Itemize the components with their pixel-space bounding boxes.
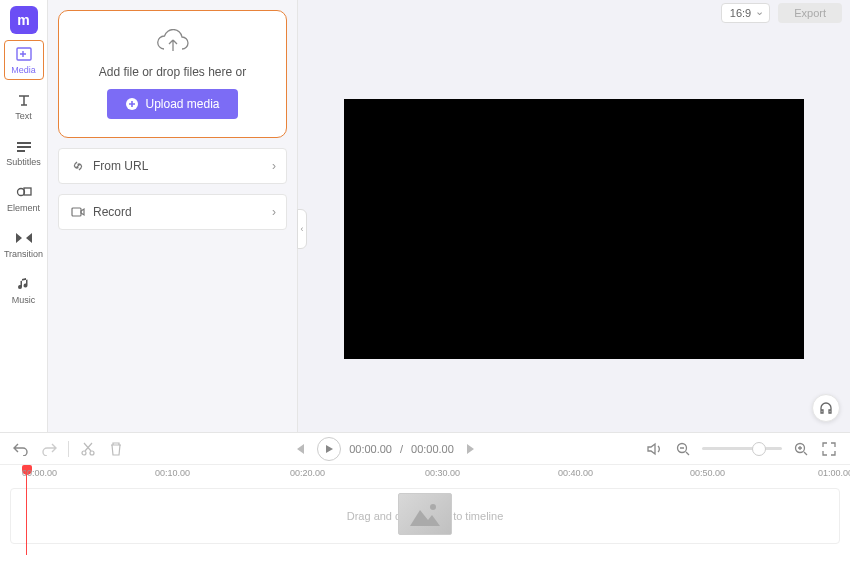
ruler-tick: 00:30.00 bbox=[425, 468, 460, 478]
music-icon bbox=[15, 275, 33, 293]
fit-button[interactable] bbox=[820, 440, 838, 458]
sidebar-label: Subtitles bbox=[6, 157, 41, 167]
sidebar-label: Element bbox=[7, 203, 40, 213]
chevron-right-icon: › bbox=[272, 205, 276, 219]
from-url-button[interactable]: From URL › bbox=[58, 148, 287, 184]
zoom-in-button[interactable] bbox=[792, 440, 810, 458]
link-icon bbox=[71, 159, 85, 173]
time-divider: / bbox=[400, 443, 403, 455]
upload-media-button[interactable]: Upload media bbox=[107, 89, 237, 119]
media-panel: Add file or drop files here or Upload me… bbox=[48, 0, 298, 432]
total-time: 00:00.00 bbox=[411, 443, 454, 455]
cut-button[interactable] bbox=[79, 440, 97, 458]
prev-frame-button[interactable] bbox=[291, 440, 309, 458]
sidebar-label: Text bbox=[15, 111, 32, 121]
help-button[interactable] bbox=[812, 394, 840, 422]
subtitles-icon bbox=[15, 137, 33, 155]
timeline-toolbar: 00:00.00 / 00:00.00 bbox=[0, 432, 850, 464]
ruler-tick: 00:40.00 bbox=[558, 468, 593, 478]
sidebar-label: Media bbox=[11, 65, 36, 75]
canvas-area: 16:9 Export ‹ bbox=[298, 0, 850, 432]
timeline-ruler[interactable]: 00:00.00 00:10.00 00:20.00 00:30.00 00:4… bbox=[0, 464, 850, 486]
left-sidebar: m Media Text Subtitles Element Transitio… bbox=[0, 0, 48, 432]
sidebar-item-transition[interactable]: Transition bbox=[4, 224, 44, 264]
sidebar-item-text[interactable]: Text bbox=[4, 86, 44, 126]
zoom-slider[interactable] bbox=[702, 447, 782, 450]
svg-point-8 bbox=[82, 451, 86, 455]
redo-button[interactable] bbox=[40, 440, 58, 458]
sidebar-label: Transition bbox=[4, 249, 43, 259]
aspect-ratio-select[interactable]: 16:9 bbox=[721, 3, 770, 23]
ruler-tick: 00:10.00 bbox=[155, 468, 190, 478]
collapse-panel-button[interactable]: ‹ bbox=[297, 209, 307, 249]
next-frame-button[interactable] bbox=[462, 440, 480, 458]
from-url-label: From URL bbox=[93, 159, 148, 173]
plus-circle-icon bbox=[125, 97, 139, 111]
upload-label: Upload media bbox=[145, 97, 219, 111]
headphones-icon bbox=[818, 400, 834, 416]
record-button[interactable]: Record › bbox=[58, 194, 287, 230]
zoom-out-button[interactable] bbox=[674, 440, 692, 458]
current-time: 00:00.00 bbox=[349, 443, 392, 455]
text-icon bbox=[15, 91, 33, 109]
svg-point-9 bbox=[90, 451, 94, 455]
svg-rect-2 bbox=[17, 146, 31, 148]
svg-rect-3 bbox=[17, 150, 25, 152]
element-icon bbox=[15, 183, 33, 201]
delete-button[interactable] bbox=[107, 440, 125, 458]
app-logo: m bbox=[10, 6, 38, 34]
record-label: Record bbox=[93, 205, 132, 219]
svg-rect-7 bbox=[72, 208, 81, 216]
svg-point-12 bbox=[430, 504, 436, 510]
ruler-tick: 00:50.00 bbox=[690, 468, 725, 478]
media-icon bbox=[15, 45, 33, 63]
export-button[interactable]: Export bbox=[778, 3, 842, 23]
transition-icon bbox=[15, 229, 33, 247]
camera-icon bbox=[71, 206, 85, 218]
sidebar-item-media[interactable]: Media bbox=[4, 40, 44, 80]
ruler-tick: 00:00.00 bbox=[22, 468, 57, 478]
drop-text: Add file or drop files here or bbox=[99, 65, 246, 79]
cloud-upload-icon bbox=[156, 29, 190, 55]
ruler-tick: 01:00.00 bbox=[818, 468, 850, 478]
media-thumbnail[interactable] bbox=[398, 493, 452, 535]
image-icon bbox=[410, 502, 440, 526]
ruler-tick: 00:20.00 bbox=[290, 468, 325, 478]
drop-zone[interactable]: Add file or drop files here or Upload me… bbox=[58, 10, 287, 138]
video-preview[interactable] bbox=[344, 99, 804, 359]
play-button[interactable] bbox=[317, 437, 341, 461]
playhead-line bbox=[26, 465, 27, 555]
undo-button[interactable] bbox=[12, 440, 30, 458]
sidebar-item-subtitles[interactable]: Subtitles bbox=[4, 132, 44, 172]
sidebar-item-music[interactable]: Music bbox=[4, 270, 44, 310]
volume-button[interactable] bbox=[646, 440, 664, 458]
sidebar-item-element[interactable]: Element bbox=[4, 178, 44, 218]
svg-rect-1 bbox=[17, 142, 31, 144]
sidebar-label: Music bbox=[12, 295, 36, 305]
timeline-track[interactable]: Drag and drop media to timeline bbox=[10, 488, 840, 544]
chevron-right-icon: › bbox=[272, 159, 276, 173]
